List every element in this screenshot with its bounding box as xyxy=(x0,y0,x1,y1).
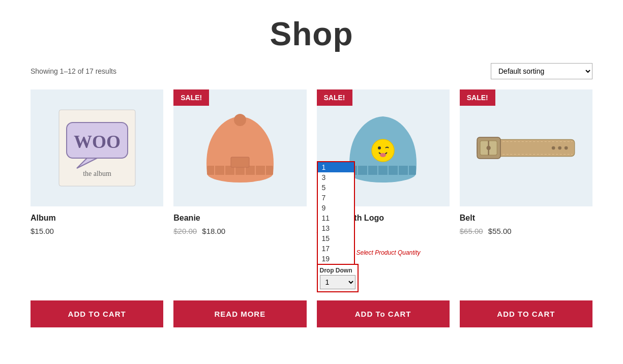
svg-point-33 xyxy=(487,146,491,150)
product-price-belt: $65.00 $55.00 xyxy=(460,227,592,235)
product-info-belt: Belt $65.00 $55.00 xyxy=(460,206,592,295)
svg-rect-16 xyxy=(350,166,416,175)
product-price-beanie: $20.00 $18.00 xyxy=(173,227,306,235)
sale-badge-belt: SALE! xyxy=(460,89,495,106)
price-new-beanie: $18.00 xyxy=(202,227,225,235)
product-name-beanie: Beanie xyxy=(173,214,306,223)
dropdown-box: Drop Down 1 xyxy=(317,264,359,292)
product-name-album: Album xyxy=(31,214,163,223)
qty-option-7[interactable]: 7 xyxy=(318,193,354,203)
add-to-cart-button-beanie-logo[interactable]: ADD To CART xyxy=(317,300,450,327)
svg-point-25 xyxy=(380,153,386,157)
product-info-album: Album $15.00 xyxy=(31,206,163,295)
product-info-beanie: Beanie $20.00 $18.00 xyxy=(173,206,306,295)
qty-option-15[interactable]: 15 xyxy=(318,233,354,244)
qty-option-13[interactable]: 13 xyxy=(318,223,354,233)
product-card-belt: SALE! Belt $65.00 xyxy=(460,89,592,327)
sort-select[interactable]: Default sortingSort by popularitySort by… xyxy=(491,63,592,79)
price-new-belt: $55.00 xyxy=(488,227,512,235)
svg-point-29 xyxy=(565,146,568,150)
product-image-beanie: SALE! xyxy=(173,89,306,206)
product-name-belt: Belt xyxy=(460,214,592,223)
qty-option-17[interactable]: 17 xyxy=(318,244,354,254)
svg-text:the album: the album xyxy=(83,170,111,177)
product-card-album: WOO the album Album $15.00 ADD TO CART xyxy=(31,89,163,327)
page-title: Shop xyxy=(0,0,623,63)
product-card-beanie: SALE! Beanie $20.00 xyxy=(173,89,306,327)
read-more-button-beanie[interactable]: READ MORE xyxy=(173,300,306,327)
quantity-listbox[interactable]: 1 3 5 7 9 11 13 15 17 19 xyxy=(317,161,355,265)
svg-point-27 xyxy=(552,146,555,150)
add-to-cart-button-album[interactable]: ADD TO CART xyxy=(31,300,163,327)
svg-point-14 xyxy=(234,114,246,126)
svg-point-28 xyxy=(558,146,562,150)
products-grid: WOO the album Album $15.00 ADD TO CART S… xyxy=(0,89,623,348)
svg-text:WOO: WOO xyxy=(74,132,121,152)
add-to-cart-button-belt[interactable]: ADD TO CART xyxy=(460,300,592,327)
svg-point-23 xyxy=(372,139,394,162)
quantity-label: Select Product Quantity xyxy=(357,249,421,256)
dropdown-select[interactable]: 1 xyxy=(320,275,355,289)
product-card-beanie-logo: SALE! xyxy=(317,89,450,327)
sale-badge-beanie-logo: SALE! xyxy=(317,89,352,106)
results-text: Showing 1–12 of 17 results xyxy=(31,67,116,75)
qty-option-9[interactable]: 9 xyxy=(318,203,354,213)
sale-badge-beanie: SALE! xyxy=(173,89,209,106)
qty-option-19[interactable]: 19 xyxy=(318,254,354,264)
qty-option-1[interactable]: 1 xyxy=(318,162,354,172)
product-image-album: WOO the album xyxy=(31,89,163,206)
quantity-controls-wrapper: 1 3 5 7 9 11 13 15 17 19 1 2 3 Select Pr… xyxy=(317,246,450,295)
svg-rect-13 xyxy=(231,157,249,167)
qty-option-3[interactable]: 3 xyxy=(318,172,354,183)
qty-option-5[interactable]: 5 xyxy=(318,183,354,193)
shop-header: Showing 1–12 of 17 results Default sorti… xyxy=(0,63,623,89)
qty-option-11[interactable]: 11 xyxy=(318,213,354,223)
svg-point-24 xyxy=(378,146,381,149)
price-old-beanie: $20.00 xyxy=(173,227,197,235)
product-price-album: $15.00 xyxy=(31,227,163,235)
product-image-belt: SALE! xyxy=(460,89,592,206)
price-old-belt: $65.00 xyxy=(460,227,483,235)
dropdown-label: Drop Down xyxy=(320,267,355,274)
